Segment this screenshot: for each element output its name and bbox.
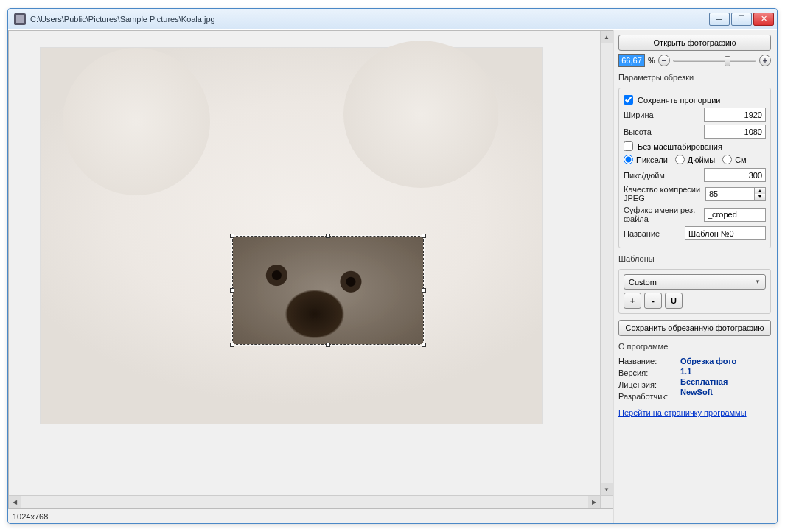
crop-handle-ml[interactable]: [230, 288, 234, 293]
about-title: О программе: [618, 342, 771, 351]
template-remove-button[interactable]: -: [644, 293, 662, 309]
crop-handle-tm[interactable]: [326, 234, 330, 238]
maximize-button[interactable]: ☐: [731, 13, 752, 26]
about-dev-label: Разработчик:: [618, 392, 677, 401]
dpi-input[interactable]: [704, 168, 766, 182]
app-window: C:\Users\Public\Pictures\Sample Pictures…: [7, 8, 778, 524]
about-name-value: Обрезка фото: [680, 357, 771, 365]
zoom-slider[interactable]: [673, 55, 756, 66]
scroll-corner: [600, 495, 613, 508]
template-name-input[interactable]: [685, 226, 766, 240]
scroll-down-icon[interactable]: ▼: [601, 483, 613, 495]
scroll-right-icon[interactable]: ▶: [588, 496, 600, 508]
about-section: Название: Обрезка фото Версия: 1.1 Лицен…: [618, 355, 771, 402]
jpeg-spin-up[interactable]: ▲: [755, 188, 765, 195]
unit-cm-label: См: [735, 155, 747, 164]
about-name-label: Название:: [618, 357, 677, 365]
scroll-up-icon[interactable]: ▲: [601, 31, 613, 43]
height-label: Высота: [624, 127, 652, 136]
photo-preview[interactable]: [40, 47, 543, 424]
keep-ratio-label: Сохранять пропорции: [638, 96, 721, 105]
vertical-scrollbar[interactable]: ▲ ▼: [600, 31, 613, 495]
no-scale-label: Без масштабирования: [638, 142, 722, 151]
about-ver-value: 1.1: [680, 367, 771, 376]
unit-px-label: Пиксели: [636, 155, 668, 164]
template-update-button[interactable]: U: [665, 293, 683, 309]
width-input[interactable]: [704, 108, 766, 122]
scroll-left-icon[interactable]: ◀: [9, 496, 21, 508]
crop-params-title: Параметры обрезки: [618, 73, 771, 82]
about-ver-label: Версия:: [618, 368, 677, 377]
titlebar[interactable]: C:\Users\Public\Pictures\Sample Pictures…: [8, 9, 777, 29]
no-scale-checkbox[interactable]: [624, 141, 633, 151]
status-dimensions: 1024x768: [13, 512, 48, 521]
width-label: Ширина: [624, 111, 654, 119]
crop-selection[interactable]: [232, 236, 424, 345]
templates-select[interactable]: Custom ▼: [624, 274, 766, 290]
templates-group: Custom ▼ + - U: [618, 269, 771, 314]
crop-handle-bm[interactable]: [326, 343, 330, 347]
chevron-down-icon: ▼: [755, 279, 761, 285]
crop-handle-tr[interactable]: [422, 234, 426, 238]
jpeg-quality-input[interactable]: [705, 187, 754, 201]
close-button[interactable]: ✕: [753, 13, 774, 26]
about-link[interactable]: Перейти на страничку программы: [618, 408, 771, 417]
unit-in-label: Дюймы: [688, 155, 715, 164]
window-title: C:\Users\Public\Pictures\Sample Pictures…: [30, 15, 709, 24]
height-input[interactable]: [704, 125, 766, 139]
crop-handle-bl[interactable]: [230, 343, 234, 347]
keep-ratio-checkbox[interactable]: [624, 95, 633, 105]
templates-selected: Custom: [629, 278, 657, 287]
dpi-label: Пикс/дюйм: [624, 171, 665, 180]
unit-in-radio[interactable]: [675, 155, 685, 164]
open-photo-button[interactable]: Открыть фотографию: [618, 35, 771, 51]
crop-handle-mr[interactable]: [422, 288, 426, 293]
zoom-in-button[interactable]: +: [759, 55, 771, 66]
templates-title: Шаблоны: [618, 254, 771, 263]
template-name-label: Название: [624, 229, 660, 238]
side-panel: Открыть фотографию 66,67 % − + Параметры…: [613, 30, 777, 523]
zoom-value-input[interactable]: 66,67: [618, 54, 645, 67]
app-icon: [14, 13, 26, 25]
status-bar: 1024x768: [8, 508, 613, 523]
zoom-slider-thumb[interactable]: [725, 56, 730, 66]
zoom-percent-label: %: [648, 56, 655, 65]
about-dev-value: NewSoft: [680, 388, 771, 396]
crop-params-group: Сохранять пропорции Ширина Высота Без ма…: [618, 88, 771, 248]
image-canvas[interactable]: ▲ ▼ ◀ ▶: [8, 30, 613, 508]
template-add-button[interactable]: +: [624, 293, 641, 309]
minimize-button[interactable]: ─: [709, 13, 730, 26]
zoom-out-button[interactable]: −: [658, 55, 670, 66]
about-lic-label: Лицензия:: [618, 380, 677, 389]
crop-handle-tl[interactable]: [230, 234, 234, 238]
about-lic-value: Бесплатная: [680, 377, 771, 386]
save-cropped-button[interactable]: Сохранить обрезанную фотографию: [618, 320, 771, 336]
unit-cm-radio[interactable]: [722, 155, 732, 164]
unit-px-radio[interactable]: [624, 155, 633, 164]
crop-handle-br[interactable]: [422, 343, 426, 347]
suffix-label: Суфикс имени рез. файла: [624, 206, 704, 223]
jpeg-spin-down[interactable]: ▼: [755, 194, 765, 200]
suffix-input[interactable]: [704, 208, 766, 222]
horizontal-scrollbar[interactable]: ◀ ▶: [9, 495, 600, 508]
jpeg-label: Качество компресии JPEG: [624, 185, 705, 203]
